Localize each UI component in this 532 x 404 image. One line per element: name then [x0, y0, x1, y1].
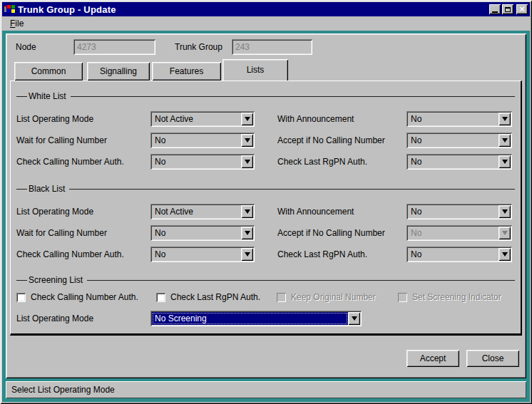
- dropdown-arrow-icon[interactable]: [241, 134, 253, 147]
- dropdown-arrow-icon[interactable]: [241, 205, 253, 218]
- combo-value: No: [152, 248, 241, 261]
- wl-with-announcement-label: With Announcement: [277, 114, 406, 124]
- maximize-icon: [505, 7, 511, 12]
- wl-list-operating-mode-label: List Operating Mode: [16, 114, 150, 124]
- dropdown-arrow-icon[interactable]: [241, 113, 253, 125]
- header-row: Node 4273 Trunk Group 243: [16, 39, 521, 55]
- dialog-button-row: Accept Close: [10, 350, 522, 367]
- field-row: List Operating Mode Not Active With Anno…: [16, 201, 515, 222]
- accept-button[interactable]: Accept: [406, 350, 459, 367]
- wl-wait-for-calling-number-combo[interactable]: No: [150, 133, 255, 148]
- client-area: Node 4273 Trunk Group 243 Common Signall…: [2, 31, 530, 402]
- sl-check-calling-number-auth-checkbox[interactable]: Check Calling Number Auth.: [16, 292, 156, 302]
- app-icon: [4, 4, 15, 14]
- checkbox-icon: [16, 293, 26, 302]
- minimize-button[interactable]: [489, 4, 501, 14]
- bl-check-last-rgpn-auth-label: Check Last RgPN Auth.: [277, 249, 406, 259]
- combo-value: No: [408, 205, 498, 218]
- status-text: Select List Operating Mode: [11, 385, 115, 395]
- black-list-group-heading: Black List: [16, 182, 515, 195]
- tab-lists[interactable]: Lists: [222, 59, 288, 81]
- group-rule: [87, 280, 515, 281]
- field-row: Check Calling Number Auth. No Check Last…: [16, 151, 515, 172]
- window-title: Trunk Group - Update: [18, 4, 116, 15]
- tab-common[interactable]: Common: [14, 62, 83, 81]
- wl-accept-if-no-calling-number-combo[interactable]: No: [406, 133, 512, 148]
- white-list-rows: List Operating Mode Not Active With Anno…: [16, 108, 515, 172]
- combo-value: No: [408, 248, 498, 261]
- dropdown-arrow-icon[interactable]: [348, 312, 360, 325]
- close-button[interactable]: ×: [516, 4, 528, 14]
- bl-wait-for-calling-number-combo[interactable]: No: [150, 225, 255, 241]
- bl-accept-if-no-calling-number-label: Accept if No Calling Number: [277, 228, 406, 238]
- sl-set-screening-indicator-checkbox: Set Screening Indicator: [398, 292, 501, 302]
- screening-list-title: Screening List: [27, 275, 83, 285]
- group-rule: [16, 280, 27, 281]
- bl-check-last-rgpn-auth-combo[interactable]: No: [406, 247, 512, 262]
- combo-value: No: [408, 113, 498, 125]
- sl-list-operating-mode-combo[interactable]: No Screening: [150, 311, 362, 326]
- sl-list-operating-mode-label: List Operating Mode: [16, 314, 150, 323]
- maximize-button[interactable]: [502, 4, 513, 14]
- trunk-group-field: 243: [232, 39, 312, 55]
- wl-list-operating-mode-combo[interactable]: Not Active: [150, 111, 255, 127]
- minimize-icon: [492, 11, 498, 13]
- bl-check-calling-number-auth-combo[interactable]: No: [150, 247, 255, 262]
- white-list-group-heading: White List: [16, 90, 515, 103]
- tab-features[interactable]: Features: [152, 62, 221, 81]
- group-rule: [71, 96, 515, 97]
- combo-value: Not Active: [152, 113, 241, 125]
- bl-list-operating-mode-label: List Operating Mode: [16, 207, 150, 217]
- dropdown-arrow-icon[interactable]: [241, 248, 253, 261]
- node-label: Node: [16, 42, 73, 52]
- trunk-group-label: Trunk Group: [175, 42, 232, 52]
- wl-check-calling-number-auth-combo[interactable]: No: [150, 154, 255, 170]
- field-row: List Operating Mode Not Active With Anno…: [16, 108, 515, 130]
- bl-with-announcement-combo[interactable]: No: [406, 204, 512, 219]
- combo-value: No: [152, 155, 241, 168]
- node-field: 4273: [73, 39, 155, 55]
- field-row: Wait for Calling Number No Accept if No …: [16, 222, 515, 244]
- checkbox-label: Keep Original Number: [291, 292, 376, 302]
- dropdown-arrow-icon[interactable]: [498, 134, 511, 147]
- bl-check-calling-number-auth-label: Check Calling Number Auth.: [16, 249, 150, 259]
- wl-check-calling-number-auth-label: Check Calling Number Auth.: [16, 157, 150, 167]
- combo-value: No: [408, 134, 498, 147]
- dropdown-arrow-icon[interactable]: [498, 155, 511, 168]
- tab-strip: Common Signalling Features Lists: [14, 59, 522, 81]
- wl-check-last-rgpn-auth-combo[interactable]: No: [406, 154, 512, 170]
- sl-check-last-rgpn-auth-checkbox[interactable]: Check Last RgPN Auth.: [156, 292, 277, 302]
- combo-value-selected: No Screening: [152, 312, 348, 325]
- wl-check-last-rgpn-auth-label: Check Last RgPN Auth.: [277, 157, 406, 167]
- wl-with-announcement-combo[interactable]: No: [406, 111, 512, 127]
- group-rule: [69, 189, 515, 190]
- field-row: Wait for Calling Number No Accept if No …: [16, 130, 515, 151]
- dropdown-arrow-icon[interactable]: [498, 248, 511, 261]
- combo-value: No: [408, 155, 498, 168]
- dropdown-arrow-icon: [498, 227, 511, 239]
- dropdown-arrow-icon[interactable]: [498, 113, 511, 125]
- dropdown-arrow-icon[interactable]: [498, 205, 511, 218]
- tab-signalling[interactable]: Signalling: [87, 62, 150, 81]
- checkbox-label: Set Screening Indicator: [412, 292, 501, 302]
- checkbox-label: Check Calling Number Auth.: [31, 292, 138, 302]
- screening-mode-row: List Operating Mode No Screening: [16, 309, 515, 328]
- wl-wait-for-calling-number-label: Wait for Calling Number: [16, 135, 150, 145]
- bl-accept-if-no-calling-number-combo: No: [406, 225, 512, 241]
- menu-file[interactable]: File: [5, 17, 29, 30]
- bl-wait-for-calling-number-label: Wait for Calling Number: [16, 228, 150, 238]
- lists-tab-page: White List List Operating Mode Not Activ…: [10, 81, 522, 336]
- black-list-title: Black List: [27, 184, 65, 194]
- combo-value: No: [408, 227, 498, 239]
- combo-value: Not Active: [152, 205, 241, 218]
- dropdown-arrow-icon[interactable]: [241, 155, 253, 168]
- menu-bar: File: [2, 16, 530, 31]
- status-bar: Select List Operating Mode: [6, 381, 526, 398]
- checkbox-icon: [156, 293, 165, 302]
- main-panel: Node 4273 Trunk Group 243 Common Signall…: [6, 33, 526, 378]
- bl-list-operating-mode-combo[interactable]: Not Active: [150, 204, 255, 219]
- dropdown-arrow-icon[interactable]: [241, 227, 253, 239]
- title-bar[interactable]: Trunk Group - Update ×: [2, 2, 530, 16]
- wl-accept-if-no-calling-number-label: Accept if No Calling Number: [277, 135, 406, 145]
- close-button-bottom[interactable]: Close: [466, 350, 519, 367]
